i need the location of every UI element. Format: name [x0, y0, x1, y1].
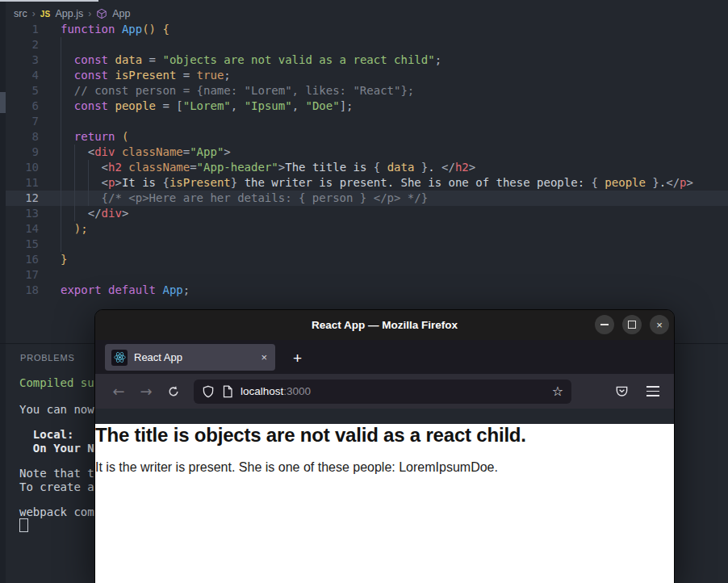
terminal-line: You can now [19, 404, 94, 416]
bookmark-star-icon[interactable]: ☆ [552, 384, 563, 399]
indent-guide [88, 160, 89, 206]
code-line[interactable]: 18export default App; [6, 283, 728, 298]
line-number: 15 [6, 237, 39, 252]
indent-guide [61, 37, 61, 252]
terminal-line: Local: [19, 429, 73, 441]
page-content: The title is objects are not valid as a … [95, 424, 674, 583]
line-number: 18 [6, 283, 39, 298]
tab-close-icon[interactable]: × [259, 351, 269, 363]
editor-tab-top-border [0, 0, 98, 2]
line-number: 2 [6, 37, 39, 52]
tab-strip: React App × + [95, 340, 674, 374]
terminal-line: On Your Ne [19, 442, 101, 455]
page-paragraph: It is the writer is present. She is one … [95, 460, 674, 475]
line-number: 17 [6, 267, 39, 283]
line-number: 14 [6, 221, 39, 237]
code-line[interactable]: 3 const data = "objects are not valid as… [6, 52, 728, 68]
line-number: 1 [6, 22, 39, 37]
minimize-icon[interactable] [595, 315, 614, 334]
code-line[interactable]: 1function App() { [6, 22, 728, 37]
navigation-bar: ← → localhost:3000 ☆ [95, 374, 674, 409]
titlebar[interactable]: React App — Mozilla Firefox × [95, 310, 674, 340]
page-info-icon[interactable] [222, 385, 233, 398]
code-line[interactable]: 7 [6, 114, 728, 129]
code-line[interactable]: 17 [6, 267, 728, 283]
desktop: src › JS App.js › App 1function App() {2… [0, 0, 728, 583]
menu-icon[interactable] [646, 386, 659, 396]
code-line[interactable]: 6 const people = ["Lorem", "Ipsum", "Doe… [6, 99, 728, 114]
browser-tab[interactable]: React App × [105, 344, 275, 371]
code-line[interactable]: 15 [6, 237, 728, 252]
indent-guide [74, 145, 75, 221]
tab-problems[interactable]: PROBLEMS [20, 353, 75, 363]
code-line[interactable]: 13 </div> [6, 206, 728, 221]
back-icon[interactable]: ← [105, 383, 132, 400]
scroll-indicator[interactable] [0, 92, 6, 113]
reload-icon[interactable] [160, 385, 187, 398]
line-number: 11 [6, 175, 39, 191]
line-number: 10 [6, 160, 39, 175]
code-line[interactable]: 5 // const person = {name: "Lorem", like… [6, 83, 728, 99]
close-icon[interactable]: × [650, 315, 669, 334]
line-number: 9 [6, 145, 39, 160]
javascript-file-icon: JS [40, 10, 51, 19]
code-line[interactable]: 16} [6, 252, 728, 267]
pocket-icon[interactable] [615, 384, 629, 398]
line-number: 16 [6, 252, 39, 267]
terminal-line: Note that t [19, 468, 94, 480]
url-text[interactable]: localhost:3000 [241, 385, 311, 397]
symbol-class-icon [96, 8, 107, 19]
forward-icon[interactable]: → [132, 383, 160, 400]
chevron-right-icon: › [32, 8, 36, 19]
terminal-line: To create a [19, 481, 94, 493]
code-line[interactable]: 10 <h2 className="App-header">The title … [6, 160, 728, 175]
chevron-right-icon: › [88, 8, 91, 19]
line-number: 13 [6, 206, 39, 221]
breadcrumb-src[interactable]: src [14, 8, 27, 19]
maximize-icon[interactable] [622, 315, 642, 334]
line-number: 8 [6, 129, 39, 145]
shield-icon[interactable] [202, 385, 215, 398]
page-heading: The title is objects are not valid as a … [95, 424, 674, 447]
line-number: 6 [6, 99, 39, 114]
code-line[interactable]: 9 <div className="App"> [6, 145, 728, 160]
breadcrumb-file[interactable]: App.js [56, 8, 84, 19]
react-favicon-icon [111, 350, 128, 366]
window-title: React App — Mozilla Firefox [312, 319, 458, 331]
new-tab-button[interactable]: + [293, 350, 302, 367]
breadcrumb: src › JS App.js › App [14, 6, 131, 21]
terminal-cursor [19, 518, 28, 532]
code-line[interactable]: 2 [6, 37, 728, 52]
terminal-line: Compiled su [19, 377, 94, 389]
code-line[interactable]: 4 const isPresent = true; [6, 68, 728, 83]
breadcrumb-symbol[interactable]: App [112, 8, 130, 19]
line-number: 3 [6, 52, 39, 68]
line-number: 7 [6, 114, 39, 129]
code-line[interactable]: 8 return ( [6, 129, 728, 145]
line-number: 4 [6, 68, 39, 83]
line-number: 12 [6, 191, 39, 206]
url-bar[interactable]: localhost:3000 ☆ [194, 380, 571, 404]
firefox-window: React App — Mozilla Firefox × [94, 309, 675, 583]
code-line[interactable]: 12 {/* <p>Here are her details: { person… [6, 191, 728, 206]
activity-strip [0, 2, 6, 583]
line-number: 5 [6, 83, 39, 99]
code-line[interactable]: 14 ); [6, 221, 728, 237]
tab-title: React App [134, 351, 259, 363]
terminal-line: webpack comp [19, 506, 101, 518]
code-line[interactable]: 11 <p>It is {isPresent} the writer is pr… [6, 175, 728, 191]
